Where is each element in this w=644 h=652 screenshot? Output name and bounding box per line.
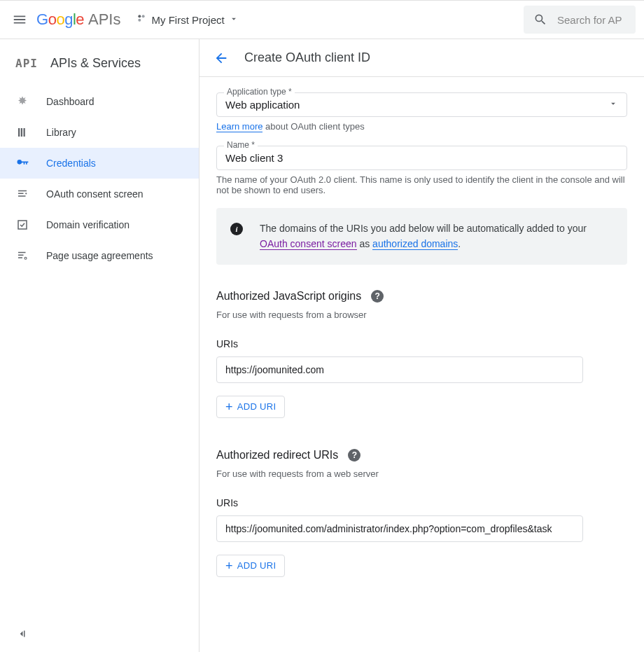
name-field[interactable]: Name * Web client 3 [216,146,627,170]
app-type-helper-text: about OAuth client types [262,121,364,132]
js-origins-section: Authorized JavaScript origins ? For use … [216,290,627,418]
js-origins-sub: For use with requests from a browser [216,310,627,320]
svg-point-9 [25,193,27,194]
add-uri-label: ADD URI [237,401,276,412]
name-value: Web client 3 [225,152,283,164]
redirect-uris-label: URIs [216,497,627,508]
help-icon[interactable]: ? [348,449,360,462]
js-origin-uri-input[interactable] [216,356,583,383]
svg-rect-8 [18,195,26,197]
svg-rect-4 [21,128,22,137]
api-badge-icon: API [15,57,38,70]
content-area: Create OAuth client ID Application type … [200,39,644,652]
logo-apis-text: APIs [88,11,120,29]
sidebar-item-credentials[interactable]: Credentials [0,148,199,179]
page-title: Create OAuth client ID [244,50,370,65]
js-origins-heading: Authorized JavaScript origins [216,290,361,303]
info-icon: i [230,223,243,235]
svg-point-1 [142,15,145,18]
banner-text-post: . [458,238,461,249]
application-type-label: Application type * [224,87,295,97]
sidebar-item-oauth-consent[interactable]: OAuth consent screen [0,179,199,209]
sidebar-title: APIs & Services [50,56,141,71]
back-arrow-icon[interactable] [214,50,229,66]
top-bar: Google APIs My First Project Search for … [0,0,644,39]
project-dots-icon [136,13,147,27]
sidebar: API APIs & Services Dashboard Library Cr… [0,39,200,652]
add-redirect-uri-button[interactable]: + ADD URI [216,555,285,577]
collapse-sidebar-icon[interactable] [15,627,28,642]
add-js-origin-uri-button[interactable]: + ADD URI [216,396,285,418]
application-type-select[interactable]: Application type * Web application [216,92,627,117]
svg-rect-5 [24,128,25,137]
sidebar-item-page-usage-agreements[interactable]: Page usage agreements [0,240,199,271]
js-origins-uris-label: URIs [216,338,627,349]
library-icon [15,125,29,139]
check-icon [15,218,29,232]
svg-point-2 [139,19,141,22]
plus-icon: + [225,560,233,572]
info-banner: i The domains of the URIs you add below … [216,208,627,265]
dropdown-triangle-icon [229,14,239,26]
learn-more-link[interactable]: Learn more [216,121,262,132]
agreement-icon [15,249,29,263]
svg-rect-10 [18,221,27,229]
key-icon [15,156,29,170]
name-helper-text: The name of your OAuth 2.0 client. This … [216,174,627,195]
sidebar-item-domain-verification[interactable]: Domain verification [0,209,199,240]
banner-text-mid: as [357,238,373,249]
hamburger-menu-icon[interactable] [11,11,28,28]
sidebar-item-label: Library [46,127,76,138]
svg-rect-12 [18,255,24,256]
search-box[interactable]: Search for AP [524,6,636,34]
authorized-domains-link[interactable]: authorized domains [372,238,458,250]
svg-rect-15 [24,631,25,637]
redirect-uris-sub: For use with requests from a web server [216,469,627,479]
oauth-consent-link[interactable]: OAuth consent screen [260,238,357,250]
redirect-uris-heading: Authorized redirect URIs [216,449,338,462]
add-uri-label: ADD URI [237,560,276,571]
banner-text-pre: The domains of the URIs you add below wi… [260,223,587,234]
search-icon [533,13,547,27]
redirect-uris-section: Authorized redirect URIs ? For use with … [216,449,627,577]
svg-rect-3 [18,128,20,137]
sidebar-item-label: Credentials [46,158,96,169]
plus-icon: + [225,401,233,413]
sidebar-item-label: Page usage agreements [46,250,153,261]
project-picker[interactable]: My First Project [136,13,238,27]
svg-point-14 [24,257,27,259]
svg-rect-11 [18,252,26,254]
sidebar-item-label: Dashboard [46,96,94,107]
sidebar-item-dashboard[interactable]: Dashboard [0,86,199,117]
svg-rect-7 [18,193,24,195]
dropdown-triangle-icon [608,99,618,111]
sidebar-item-label: OAuth consent screen [46,188,144,200]
sidebar-item-library[interactable]: Library [0,117,199,148]
project-name: My First Project [151,14,224,26]
svg-rect-6 [18,190,27,192]
name-label: Name * [224,140,258,150]
search-placeholder: Search for AP [557,14,622,26]
svg-point-0 [139,15,141,18]
sidebar-item-label: Domain verification [46,219,130,230]
application-type-value: Web application [225,99,300,111]
help-icon[interactable]: ? [371,290,384,303]
svg-rect-13 [18,257,22,258]
dashboard-icon [15,95,29,109]
google-apis-logo[interactable]: Google APIs [36,11,120,29]
consent-icon [15,187,29,201]
redirect-uri-input[interactable] [216,515,583,542]
